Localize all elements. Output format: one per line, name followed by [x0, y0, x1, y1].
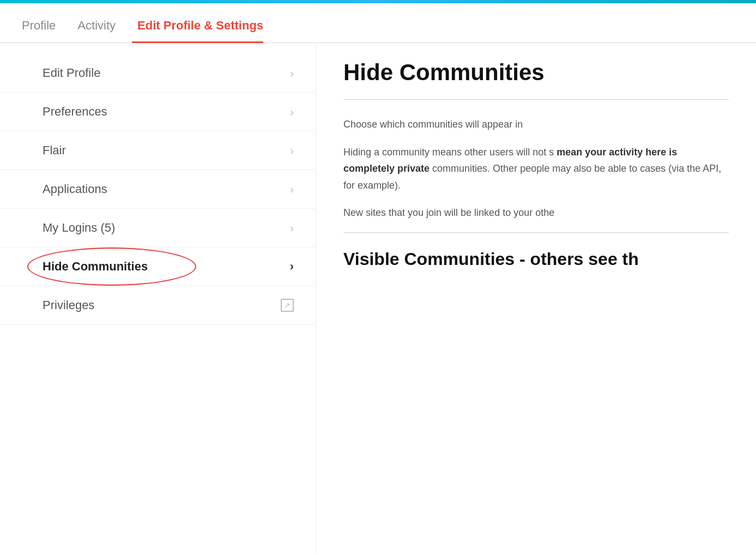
tabs-container: Profile Activity Edit Profile & Settings — [0, 3, 756, 43]
sidebar-item-label: My Logins (5) — [43, 221, 115, 235]
main-content: Edit Profile › Preferences › Flair › App… — [0, 43, 756, 554]
tab-activity[interactable]: Activity — [72, 3, 132, 43]
sidebar-item-label: Applications — [43, 182, 107, 196]
content-title: Hide Communities — [343, 59, 729, 86]
content-paragraph1: Choose which communities will appear in — [343, 116, 729, 133]
sidebar-item-label: Preferences — [43, 105, 107, 119]
chevron-right-icon: › — [290, 144, 294, 157]
sidebar-item-edit-profile[interactable]: Edit Profile › — [0, 54, 316, 93]
sidebar-item-privileges[interactable]: Privileges — [0, 286, 316, 325]
chevron-right-icon: › — [290, 183, 294, 196]
content-paragraph3: New sites that you join will be linked t… — [343, 204, 729, 221]
sidebar: Edit Profile › Preferences › Flair › App… — [0, 43, 316, 554]
tab-edit-profile-settings[interactable]: Edit Profile & Settings — [132, 3, 280, 43]
sidebar-item-label: Flair — [43, 143, 66, 158]
sidebar-item-applications[interactable]: Applications › — [0, 170, 316, 209]
content-paragraph2: Hiding a community means other users wil… — [343, 144, 729, 194]
sidebar-item-flair[interactable]: Flair › — [0, 131, 316, 170]
sidebar-item-hide-communities[interactable]: Hide Communities › — [0, 248, 316, 286]
sidebar-item-preferences[interactable]: Preferences › — [0, 93, 316, 131]
chevron-right-bold-icon: › — [290, 260, 294, 274]
sidebar-item-label: Edit Profile — [43, 66, 100, 80]
chevron-right-icon: › — [290, 222, 294, 234]
content-paragraph2-normal: Hiding a community means other users wil… — [343, 147, 554, 158]
chevron-right-icon: › — [290, 67, 294, 80]
divider — [343, 99, 729, 100]
sidebar-item-my-logins[interactable]: My Logins (5) › — [0, 209, 316, 248]
sidebar-item-label: Privileges — [43, 298, 94, 312]
content-subtitle: Visible Communities - others see th — [343, 249, 729, 269]
divider2 — [343, 232, 729, 233]
external-link-icon — [281, 299, 294, 312]
content-area: Hide Communities Choose which communitie… — [316, 43, 756, 554]
tab-profile[interactable]: Profile — [22, 3, 72, 43]
sidebar-item-label: Hide Communities — [43, 260, 148, 274]
chevron-right-icon: › — [290, 106, 294, 118]
